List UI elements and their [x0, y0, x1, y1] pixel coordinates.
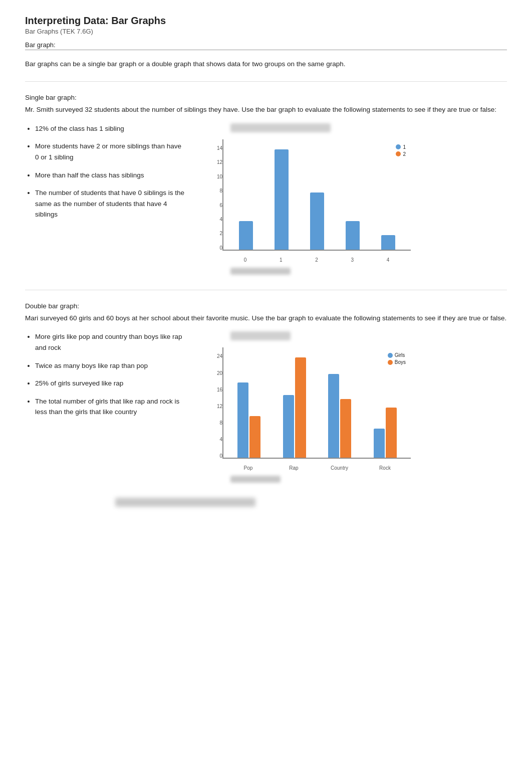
single-bar-2 — [300, 139, 335, 250]
double-statement-2: Twice as many boys like rap than pop — [35, 360, 185, 371]
bottom-blur — [115, 498, 255, 507]
double-legend-boys: Boys — [388, 359, 406, 365]
divider-1 — [25, 81, 507, 82]
legend-item-1: 1 — [396, 144, 406, 150]
double-chart-title-blur — [230, 331, 291, 340]
single-statements-list: 12% of the class has 1 sibling More stud… — [25, 123, 185, 227]
double-bar-rap — [273, 357, 317, 458]
double-bar-chart: 24 20 16 12 8 4 0 — [200, 343, 411, 474]
single-chart-body — [222, 139, 411, 251]
double-section-label: Double bar graph: — [25, 302, 507, 310]
double-y-axis: 24 20 16 12 8 4 0 — [200, 353, 222, 459]
single-chart-area: 14 12 10 8 6 4 2 0 — [200, 123, 507, 275]
double-bar-pop — [227, 382, 271, 458]
single-x-labels: 0 1 2 3 4 — [222, 257, 411, 263]
double-section-desc: Mari surveyed 60 girls and 60 boys at he… — [25, 313, 507, 324]
double-legend-dot-boys — [388, 360, 393, 365]
double-statements-list: More girls like pop and country than boy… — [25, 331, 185, 425]
single-chart-footer-blur — [230, 268, 291, 275]
double-legend-girls: Girls — [388, 352, 406, 358]
double-chart-area: 24 20 16 12 8 4 0 — [200, 331, 507, 483]
single-bar-0 — [228, 139, 264, 250]
single-statement-1: 12% of the class has 1 sibling — [35, 123, 185, 134]
single-statement-2: More students have 2 or more siblings th… — [35, 141, 185, 162]
double-x-labels: Pop Rap Country Rock — [222, 465, 411, 471]
single-y-axis: 14 12 10 8 6 4 2 0 — [200, 145, 222, 251]
legend-dot-2 — [396, 151, 401, 156]
single-statement-3: More than half the class has siblings — [35, 170, 185, 181]
double-bar-rock — [364, 408, 407, 458]
double-bar-country — [318, 374, 362, 458]
single-chart-title-blur — [230, 123, 331, 132]
double-chart-body — [222, 347, 411, 459]
double-content-area: More girls like pop and country than boy… — [25, 331, 507, 483]
single-chart-legend: 1 2 — [396, 144, 406, 157]
double-statement-4: The total number of girls that like rap … — [35, 396, 185, 418]
single-statement-4: The number of students that have 0 sibli… — [35, 187, 185, 220]
single-bar-1 — [264, 139, 300, 250]
bar-graph-field[interactable]: Bar graph: — [25, 41, 507, 50]
single-section-desc: Mr. Smith surveyed 32 students about the… — [25, 104, 507, 115]
legend-item-2: 2 — [396, 151, 406, 157]
intro-text: Bar graphs can be a single bar graph or … — [25, 59, 507, 69]
double-statement-1: More girls like pop and country than boy… — [35, 331, 185, 353]
double-statement-3: 25% of girls surveyed like rap — [35, 378, 185, 389]
single-content-area: 12% of the class has 1 sibling More stud… — [25, 123, 507, 275]
bar-graph-label: Bar graph: — [25, 41, 56, 49]
legend-dot-1 — [396, 144, 401, 149]
page-subtitle: Bar Graphs (TEK 7.6G) — [25, 28, 507, 35]
double-chart-footer-blur — [230, 476, 281, 483]
double-chart-legend: Girls Boys — [388, 352, 406, 365]
double-legend-dot-girls — [388, 353, 393, 358]
divider-2 — [25, 290, 507, 290]
single-bar-chart: 14 12 10 8 6 4 2 0 — [200, 135, 411, 266]
page-title: Interpreting Data: Bar Graphs — [25, 15, 507, 27]
single-section-label: Single bar graph: — [25, 94, 507, 101]
single-bar-3 — [335, 139, 370, 250]
